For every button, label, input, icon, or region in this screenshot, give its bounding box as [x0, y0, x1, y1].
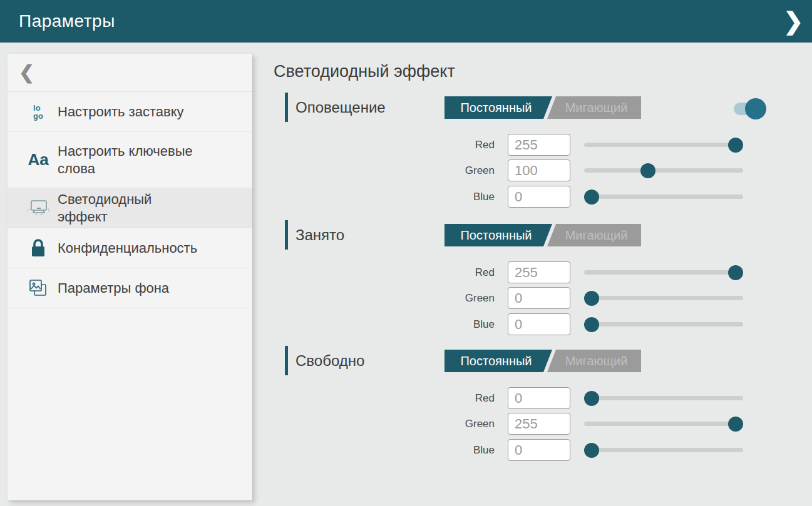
page-title: Параметры	[19, 11, 115, 31]
blue-label: Blue	[274, 313, 495, 335]
green-slider[interactable]	[584, 159, 743, 181]
slider-thumb[interactable]	[728, 417, 743, 432]
slider-track	[584, 322, 743, 326]
red-slider[interactable]	[584, 387, 743, 409]
slider-track	[584, 422, 743, 426]
green-slider[interactable]	[584, 287, 743, 309]
section-accent-bar	[285, 220, 288, 250]
red-value-input[interactable]	[508, 134, 570, 156]
red-value-input[interactable]	[508, 261, 570, 283]
settings-sidebar: ❮ lo go Настроить заставку Aa Настроить …	[8, 54, 252, 500]
green-value-input[interactable]	[508, 159, 570, 181]
mode-segmented-control: Постоянный Мигающий	[445, 350, 641, 372]
sidebar-item-label: Настроить ключевые слова	[58, 143, 205, 178]
green-label: Green	[274, 413, 495, 435]
sidebar-item-splash-screen[interactable]: lo go Настроить заставку	[8, 92, 252, 132]
sidebar-item-led-effect[interactable]: Светодиодный эффект	[8, 188, 252, 228]
red-value-input[interactable]	[508, 387, 570, 409]
sidebar-back-row: ❮	[8, 54, 252, 92]
green-label: Green	[274, 159, 495, 181]
slider-thumb[interactable]	[728, 265, 743, 280]
green-value-input[interactable]	[508, 413, 570, 435]
section-accent-bar	[285, 346, 288, 375]
slider-thumb[interactable]	[728, 138, 743, 153]
mode-segmented-control: Постоянный Мигающий	[445, 224, 641, 246]
blue-value-input[interactable]	[508, 186, 570, 208]
sidebar-item-background[interactable]: Параметры фона	[8, 268, 252, 308]
next-chevron-icon[interactable]: ❯	[783, 9, 803, 33]
slider-track	[584, 143, 743, 147]
slider-track	[584, 448, 743, 452]
green-label: Green	[274, 287, 495, 309]
background-icon	[24, 278, 53, 298]
blue-label: Blue	[274, 186, 495, 208]
sidebar-item-label: Параметры фона	[58, 280, 169, 297]
main-title: Светодиодный эффект	[274, 62, 455, 81]
section-label: Занято	[296, 220, 344, 250]
sidebar-item-label: Настроить заставку	[58, 103, 184, 121]
slider-track	[584, 396, 743, 400]
sidebar-item-keywords[interactable]: Aa Настроить ключевые слова	[8, 132, 252, 188]
toggle-knob	[745, 98, 766, 119]
slider-thumb[interactable]	[584, 317, 599, 332]
slider-thumb[interactable]	[584, 291, 599, 306]
slider-thumb[interactable]	[584, 391, 599, 406]
red-slider[interactable]	[584, 261, 743, 283]
slider-track	[584, 296, 743, 300]
red-label: Red	[274, 134, 495, 156]
slider-thumb[interactable]	[584, 190, 599, 205]
logo-icon: lo go	[24, 104, 53, 120]
blue-slider[interactable]	[584, 439, 743, 461]
slider-track	[584, 195, 743, 199]
blue-slider[interactable]	[584, 186, 743, 208]
slider-track	[584, 168, 743, 173]
slider-thumb[interactable]	[584, 443, 599, 458]
blue-label: Blue	[274, 439, 495, 461]
display-icon	[24, 199, 53, 218]
green-slider[interactable]	[584, 413, 743, 435]
section-label: Оповещение	[296, 93, 386, 122]
blue-slider[interactable]	[584, 313, 743, 335]
blue-value-input[interactable]	[508, 313, 570, 335]
red-slider[interactable]	[584, 134, 743, 156]
slider-thumb[interactable]	[640, 163, 655, 178]
section-label: Свободно	[296, 346, 364, 375]
keywords-icon: Aa	[24, 150, 53, 170]
blue-value-input[interactable]	[508, 439, 570, 461]
back-chevron-icon[interactable]: ❮	[19, 63, 34, 82]
lock-icon	[24, 238, 53, 258]
red-label: Red	[274, 387, 495, 409]
sidebar-item-label: Светодиодный эффект	[58, 191, 205, 226]
green-value-input[interactable]	[508, 287, 570, 309]
section-accent-bar	[285, 93, 288, 122]
notification-toggle[interactable]	[734, 103, 765, 115]
sidebar-item-privacy[interactable]: Конфиденциальность	[8, 228, 252, 268]
sidebar-item-label: Конфиденциальность	[58, 240, 197, 257]
mode-segmented-control: Постоянный Мигающий	[445, 96, 641, 119]
slider-track	[584, 270, 743, 275]
app-header: Параметры ❯	[0, 0, 812, 43]
red-label: Red	[274, 261, 495, 283]
